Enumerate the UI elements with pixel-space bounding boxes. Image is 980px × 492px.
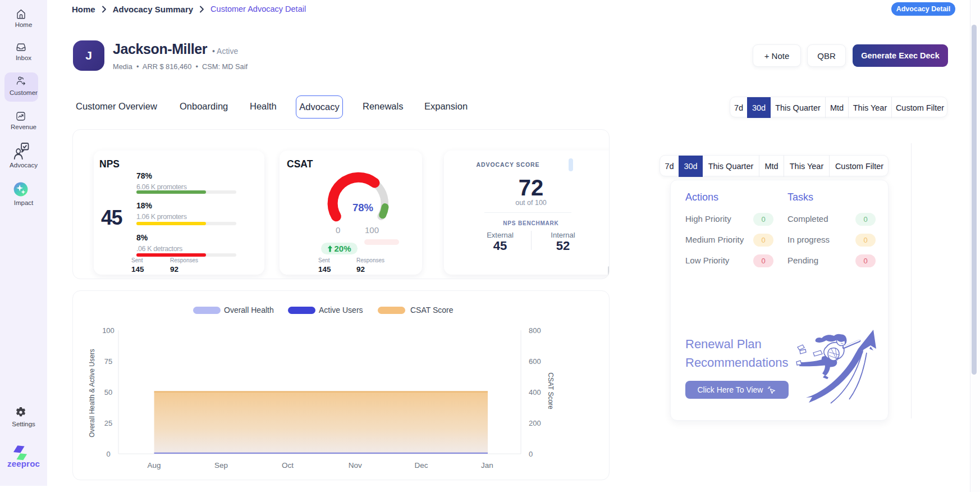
svg-text:200: 200 (529, 419, 541, 427)
svg-text:Nov: Nov (349, 461, 362, 470)
svg-text:600: 600 (529, 357, 541, 366)
svg-text:75: 75 (104, 357, 112, 366)
svg-text:100: 100 (102, 326, 115, 335)
svg-text:50: 50 (104, 388, 112, 397)
svg-text:Oct: Oct (282, 461, 294, 470)
svg-text:400: 400 (529, 388, 541, 397)
svg-text:800: 800 (529, 326, 541, 335)
svg-text:Jan: Jan (481, 461, 493, 470)
svg-text:0: 0 (106, 450, 110, 458)
svg-text:Sep: Sep (214, 461, 228, 470)
svg-text:25: 25 (104, 419, 112, 427)
svg-text:Aug: Aug (148, 461, 161, 470)
svg-text:CSAT Score: CSAT Score (547, 372, 555, 409)
svg-text:0: 0 (529, 450, 533, 458)
svg-text:Dec: Dec (415, 461, 428, 470)
svg-text:Overall Health & Active Users: Overall Health & Active Users (88, 349, 96, 437)
